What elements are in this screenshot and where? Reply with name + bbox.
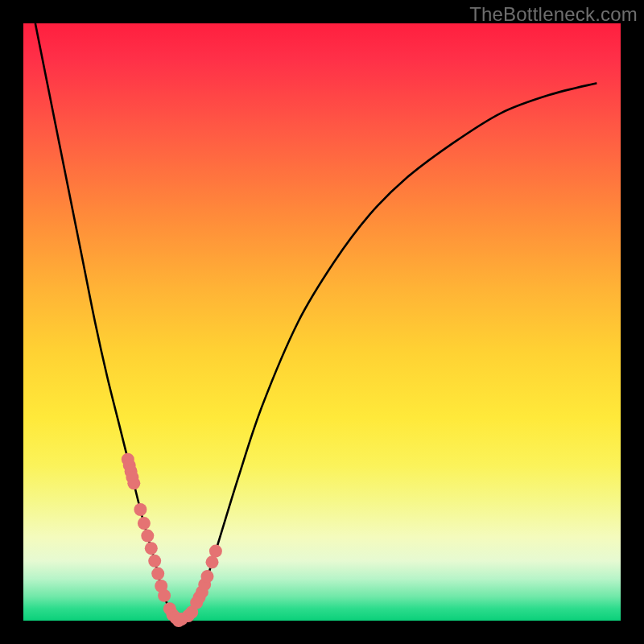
bead-cluster: [122, 453, 222, 627]
bead: [141, 530, 154, 543]
bead: [158, 589, 171, 602]
bottleneck-curve: [35, 23, 597, 621]
watermark-text: TheBottleneck.com: [469, 3, 638, 26]
bead: [138, 517, 151, 530]
plot-area: [23, 23, 621, 621]
bead: [148, 555, 161, 568]
chart-frame: TheBottleneck.com: [0, 0, 644, 644]
bead: [206, 555, 219, 568]
bead: [145, 542, 158, 555]
curve-layer: [23, 23, 621, 621]
bead: [134, 503, 147, 516]
bead: [151, 568, 164, 580]
bead: [127, 477, 140, 489]
bead: [209, 545, 222, 558]
bead: [201, 570, 214, 583]
